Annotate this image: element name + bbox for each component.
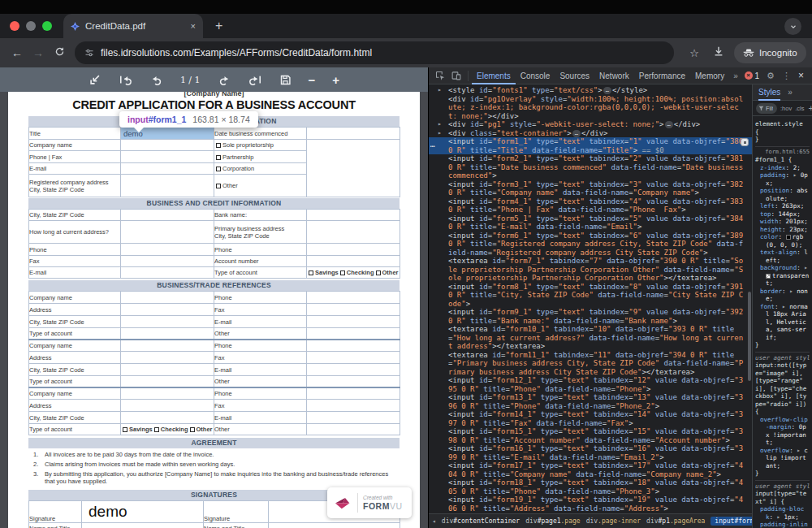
form-input[interactable] — [121, 151, 214, 163]
minimize-window-button[interactable] — [26, 21, 36, 31]
redo-button[interactable] — [218, 74, 231, 86]
form-input[interactable] — [307, 400, 400, 412]
form-input[interactable] — [121, 304, 214, 316]
devtools-tab-console[interactable]: Console — [516, 67, 555, 84]
inline-ellipsis-button[interactable]: … — [572, 130, 581, 137]
dom-node[interactable]: <input id="form6_1" type="text" tabindex… — [429, 232, 752, 258]
css-property[interactable]: position: absolute; — [755, 187, 810, 202]
expand-arrow-icon[interactable]: ▸ — [438, 120, 442, 129]
more-tabs-button[interactable]: » — [729, 71, 742, 80]
form-input[interactable] — [307, 244, 400, 256]
save-button[interactable] — [279, 74, 292, 86]
css-property[interactable]: border: ▸ none; — [755, 288, 810, 303]
devtools-close-icon[interactable]: × — [798, 70, 804, 81]
zoom-window-button[interactable] — [42, 21, 52, 31]
downloads-icon[interactable] — [713, 45, 724, 60]
dom-node[interactable]: <textarea id="form7_1" tabindex="7" data… — [429, 257, 752, 283]
checkbox[interactable] — [216, 167, 221, 171]
form-input[interactable] — [307, 387, 400, 400]
tab-search-button[interactable] — [784, 18, 801, 35]
form-input[interactable] — [121, 316, 214, 328]
dom-node[interactable]: <input id="form8_1" type="text" tabindex… — [429, 283, 752, 309]
new-style-rule-button[interactable]: + — [808, 103, 812, 113]
dom-node[interactable]: <input id="form17_1" type="text" tabinde… — [429, 461, 752, 478]
form-input[interactable] — [307, 412, 400, 424]
css-property[interactable]: height: 23px; — [755, 226, 810, 234]
form-input[interactable] — [121, 210, 214, 221]
url-text[interactable]: files.idrsolutions.com/Examples/AFForms/… — [101, 47, 372, 58]
devtools-tab-elements[interactable]: Elements — [472, 67, 516, 84]
form-input[interactable] — [307, 352, 400, 364]
element-style-rule[interactable]: element.style{} — [755, 119, 810, 147]
breadcrumb-contentContainer[interactable]: div#contentContainer — [442, 517, 520, 525]
color-swatch-icon[interactable] — [786, 235, 791, 240]
dom-node[interactable]: <input id="form13_1" type="text" tabinde… — [429, 393, 752, 410]
form-input[interactable] — [121, 292, 214, 304]
checkbox[interactable] — [216, 143, 221, 148]
devtools-menu-icon[interactable]: ⋮ — [782, 71, 791, 81]
dom-node[interactable]: <input id="form5_1" type="text" tabindex… — [429, 214, 752, 232]
dom-node[interactable]: <textarea id="form11_1" tabindex="11" da… — [429, 351, 752, 377]
incognito-badge[interactable]: Incognito — [734, 42, 806, 63]
export-fdf-button[interactable] — [89, 73, 102, 86]
style-rule[interactable]: form.html:655#form1_1 {z-index: 2;paddin… — [755, 147, 810, 353]
css-property[interactable]: padding-inline: ▸ 2px; — [755, 521, 810, 528]
form-input[interactable] — [121, 256, 214, 267]
css-property[interactable]: color: rgb(0, 0, 0); — [755, 233, 810, 249]
checkbox[interactable] — [190, 427, 195, 432]
crumbs-scroll-left-icon[interactable]: ◂ — [432, 517, 436, 525]
dom-node[interactable]: <div id="pg1Overlay" style="width:100%; … — [429, 95, 752, 121]
dom-node[interactable]: <input id="form18_1" type="text" tabinde… — [429, 478, 752, 496]
form-input[interactable] — [121, 412, 214, 424]
breadcrumb-page1[interactable]: div#page1.page — [525, 517, 580, 525]
dom-node-selected[interactable]: <input id="form1_1" type="text" tabindex… — [429, 137, 752, 154]
color-swatch-icon[interactable] — [766, 274, 771, 279]
bookmark-star-icon[interactable]: ☆ — [685, 47, 703, 59]
dom-node[interactable]: <input id="form2_1" type="text" tabindex… — [429, 154, 752, 180]
css-property[interactable]: background: ▸ transparent; — [755, 264, 810, 288]
inline-ellipsis-button[interactable]: … — [603, 87, 611, 94]
devtools-tab-memory[interactable]: Memory — [690, 67, 729, 84]
form-input[interactable] — [307, 256, 400, 267]
form-input[interactable] — [121, 364, 214, 376]
form-input[interactable] — [121, 387, 214, 400]
form-input[interactable] — [82, 523, 204, 528]
form-input[interactable] — [121, 376, 214, 387]
css-property[interactable]: padding: ▸ 0px; — [755, 171, 810, 187]
dom-node[interactable]: <input id="form19_1" type="text" tabinde… — [429, 496, 752, 513]
checkbox[interactable] — [340, 270, 345, 275]
checkbox[interactable] — [216, 184, 221, 188]
dom-node[interactable]: ▸<div id="pg1" style="-webkit-user-selec… — [429, 120, 752, 129]
dom-node[interactable]: <input id="form9_1" type="text" tabindex… — [429, 308, 752, 325]
dom-node[interactable]: <input id="form14_1" type="text" tabinde… — [429, 410, 752, 427]
zoom-out-button[interactable]: − — [309, 73, 316, 87]
form-input[interactable] — [307, 328, 400, 340]
form-input[interactable] — [121, 340, 214, 352]
checkbox[interactable] — [309, 270, 313, 275]
dom-node[interactable]: <textarea id="form10_1" tabindex="10" da… — [429, 325, 752, 351]
styles-filter-input[interactable]: Filter — [756, 103, 777, 114]
form-input[interactable] — [121, 221, 214, 244]
dom-node[interactable]: <input id="form12_1" type="text" tabinde… — [429, 376, 752, 393]
url-bar[interactable]: files.idrsolutions.com/Examples/AFForms/… — [75, 41, 674, 64]
form-input[interactable] — [121, 163, 214, 175]
last-page-button[interactable] — [248, 74, 262, 86]
checkbox[interactable] — [154, 427, 159, 432]
form-input[interactable] — [269, 523, 400, 528]
style-rule[interactable]: user agent stylesheetinput[type="text" i… — [755, 481, 810, 528]
devtools-tab-sources[interactable]: Sources — [555, 67, 594, 84]
breadcrumb-p1[interactable]: div#p1.pageArea — [646, 517, 705, 525]
dom-node[interactable]: <input id="form20_1" type="text" tabinde… — [429, 513, 752, 513]
form-input[interactable] — [121, 400, 214, 412]
close-window-button[interactable] — [10, 21, 19, 31]
site-controls-icon[interactable] — [84, 48, 94, 58]
first-page-button[interactable] — [119, 74, 132, 86]
devtools-tab-network[interactable]: Network — [594, 67, 634, 84]
form-input[interactable] — [307, 128, 400, 140]
form-input[interactable]: demo — [82, 501, 204, 523]
css-property[interactable]: overflow-clip-margin: 0px !important; — [755, 416, 810, 447]
dom-node[interactable]: <input id="form15_1" type="text" tabinde… — [429, 427, 752, 444]
device-toolbar-icon[interactable] — [448, 71, 464, 80]
form-input[interactable] — [121, 328, 214, 340]
css-property[interactable]: left: 263px; — [755, 202, 810, 210]
